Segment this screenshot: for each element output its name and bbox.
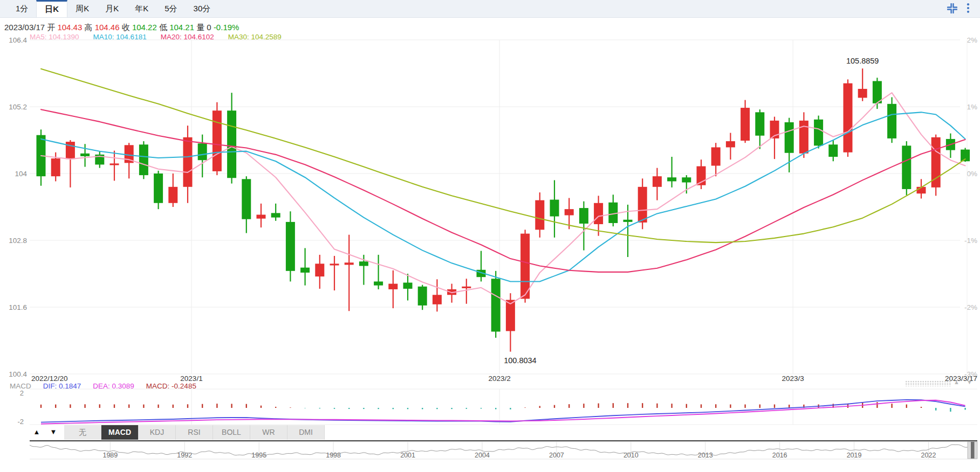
candle-body: [506, 300, 515, 331]
date-axis-label: 2022/12/20: [31, 374, 68, 383]
candle-body: [858, 89, 867, 98]
percent-axis-label: -1%: [964, 237, 977, 245]
pane-resize-handle[interactable]: [905, 380, 951, 386]
period-toolbar: 1分日K周K月K年K5分30分: [0, 0, 980, 18]
macd-legend-item: DIF: 0.1847: [43, 382, 81, 390]
candle-body: [315, 263, 324, 276]
date-axis-label: 2023/3: [782, 374, 804, 383]
indicator-bar: ▲ ▼ 无MACDKDJRSIBOLLWRDMI: [0, 425, 980, 440]
navigator-year-label: 1995: [251, 452, 266, 459]
price-axis-label: 100.4: [9, 370, 27, 378]
kebab-menu-icon[interactable]: [966, 3, 970, 13]
navigator-year-label: 1989: [102, 452, 118, 459]
price-axis-label: 105.2: [9, 103, 27, 111]
indicator-tab-wr[interactable]: WR: [250, 425, 287, 440]
candle-body: [183, 137, 193, 187]
navigator-year-label: 2004: [475, 452, 490, 459]
candle-body: [726, 141, 735, 147]
candle-body: [80, 154, 90, 156]
ma-legend-row: MA5: 104.1390MA10: 104.6181MA20: 104.610…: [30, 33, 296, 41]
period-tab-3[interactable]: 周K: [67, 0, 97, 17]
indicator-tab-无[interactable]: 无: [64, 425, 101, 440]
percent-axis-label: 2%: [967, 36, 977, 44]
period-tabs: 1分日K周K月K年K5分30分: [8, 0, 218, 17]
percent-axis-label: -2%: [964, 303, 977, 311]
ma-legend-item: MA5: 104.1390: [30, 33, 79, 41]
kline-chart-window: 106.42%105.21%1040%102.8-1%101.6-2%100.4…: [0, 0, 980, 472]
candle-body: [711, 147, 721, 165]
price-annotation: 100.8034: [504, 356, 536, 365]
candle-body: [579, 208, 588, 224]
candle-body: [198, 143, 207, 160]
period-tab-4[interactable]: 月K: [97, 0, 127, 17]
candle-body: [814, 120, 823, 146]
candle-body: [271, 213, 280, 217]
price-axis-label: 101.6: [9, 303, 27, 311]
candle-body: [667, 177, 676, 181]
price-axis-label: 106.4: [9, 36, 27, 44]
period-tab-5[interactable]: 年K: [127, 0, 156, 17]
price-annotation: 105.8859: [846, 57, 879, 65]
candle-body: [300, 268, 310, 273]
navigator-year-label: 2022: [921, 452, 936, 459]
period-tab-6[interactable]: 5分: [156, 0, 185, 17]
period-tab-7[interactable]: 30分: [186, 0, 219, 17]
pane-down-button[interactable]: ▼: [46, 426, 60, 439]
indicator-tab-kdj[interactable]: KDJ: [139, 425, 176, 440]
period-tab-1[interactable]: 1分: [8, 0, 36, 17]
candle-body: [565, 209, 574, 215]
collapse-up-icon[interactable]: ▲: [954, 379, 960, 385]
candle-body: [345, 262, 354, 265]
ma-line-ma5: [41, 93, 965, 304]
macd-legend-item: DEA: 0.3089: [93, 382, 134, 390]
ma-legend-item: MA10: 104.6181: [93, 33, 147, 41]
indicator-tab-macd[interactable]: MACD: [101, 425, 139, 440]
pane-up-button[interactable]: ▲: [30, 426, 44, 439]
navigator-window-thumb[interactable]: [971, 442, 975, 459]
candle-body: [168, 187, 177, 203]
ma-legend-item: MA30: 104.2589: [228, 33, 282, 41]
navigator-year-label: 2013: [698, 452, 713, 459]
navigator-year-label: 2007: [549, 452, 564, 459]
compress-icon[interactable]: [947, 3, 957, 13]
candle-body: [139, 144, 148, 175]
candle-body: [213, 110, 222, 171]
candle-body: [741, 108, 750, 141]
navigator-year-label: 2019: [847, 452, 862, 459]
candle-body: [623, 220, 633, 222]
candle-body: [828, 144, 838, 157]
indicator-tabs: 无MACDKDJRSIBOLLWRDMI: [64, 425, 325, 440]
date-axis-label: 2023/1: [180, 374, 202, 383]
dea-line: [41, 400, 965, 424]
candle-body: [154, 173, 163, 203]
price-axis-label: 102.8: [9, 237, 27, 245]
candle-body: [433, 295, 442, 304]
candle-body: [227, 110, 236, 178]
candle-body: [418, 287, 427, 306]
quote-summary-row: 2023/03/17 开 104.43 高 104.46 收 104.22 低 …: [4, 23, 239, 33]
indicator-tab-rsi[interactable]: RSI: [176, 425, 213, 440]
macd-scale-top: 2: [20, 389, 24, 397]
candle-body: [374, 281, 383, 285]
ma-legend-item: MA20: 104.6102: [161, 33, 214, 41]
candle-body: [359, 261, 368, 266]
macd-scale-bottom: -2: [17, 418, 24, 426]
period-tab-2[interactable]: 日K: [36, 0, 67, 17]
candle-body: [286, 222, 295, 271]
candle-body: [785, 122, 794, 153]
candle-body: [844, 84, 853, 152]
quote-date: 2023/03/17: [4, 23, 45, 32]
indicator-tab-boll[interactable]: BOLL: [213, 425, 250, 440]
indicator-tab-dmi[interactable]: DMI: [287, 425, 325, 440]
candle-body: [403, 283, 413, 289]
navigator-year-label: 2001: [400, 452, 415, 459]
collapse-down-icon[interactable]: ▼: [967, 379, 972, 385]
candle-body: [110, 163, 119, 165]
candle-body: [902, 145, 911, 189]
ma-line-ma10: [41, 112, 965, 281]
macd-legend-row: MACDDIF: 0.1847DEA: 0.3089MACD: -0.2485: [10, 382, 208, 390]
candle-body: [242, 179, 251, 219]
candle-body: [257, 214, 266, 218]
chart-canvas[interactable]: 106.42%105.21%1040%102.8-1%101.6-2%100.4…: [0, 0, 980, 472]
macd-legend-item: MACD: -0.2485: [146, 382, 196, 390]
